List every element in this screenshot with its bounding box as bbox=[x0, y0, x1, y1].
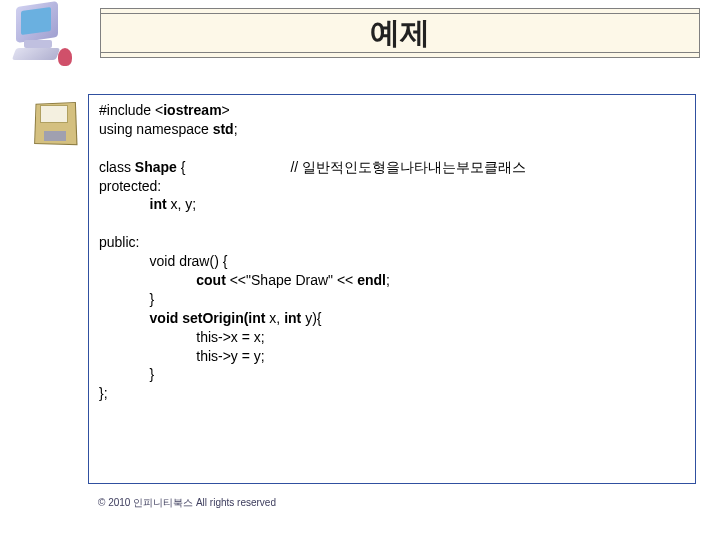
code-line: using namespace std; bbox=[99, 120, 685, 139]
code-line: public: bbox=[99, 233, 685, 252]
title-bar: 예제 bbox=[100, 8, 700, 58]
code-line: this->x = x; bbox=[99, 328, 685, 347]
code-line: } bbox=[99, 365, 685, 384]
code-line bbox=[99, 214, 685, 233]
code-line: int x, y; bbox=[99, 195, 685, 214]
code-line: class Shape { // 일반적인도형을나타내는부모클래스 bbox=[99, 158, 685, 177]
footer-copyright: © 2010 인피니티북스 All rights reserved bbox=[98, 496, 276, 510]
code-box: #include <iostream> using namespace std;… bbox=[88, 94, 696, 484]
code-line: }; bbox=[99, 384, 685, 403]
code-line: #include <iostream> bbox=[99, 101, 685, 120]
code-line: void setOrigin(int x, int y){ bbox=[99, 309, 685, 328]
code-line: void draw() { bbox=[99, 252, 685, 271]
code-line: this->y = y; bbox=[99, 347, 685, 366]
slide-title: 예제 bbox=[370, 13, 430, 54]
computer-icon bbox=[10, 4, 72, 64]
code-line: } bbox=[99, 290, 685, 309]
code-line: cout <<"Shape Draw" << endl; bbox=[99, 271, 685, 290]
floppy-icon bbox=[34, 102, 76, 144]
code-line bbox=[99, 139, 685, 158]
code-line: protected: bbox=[99, 177, 685, 196]
